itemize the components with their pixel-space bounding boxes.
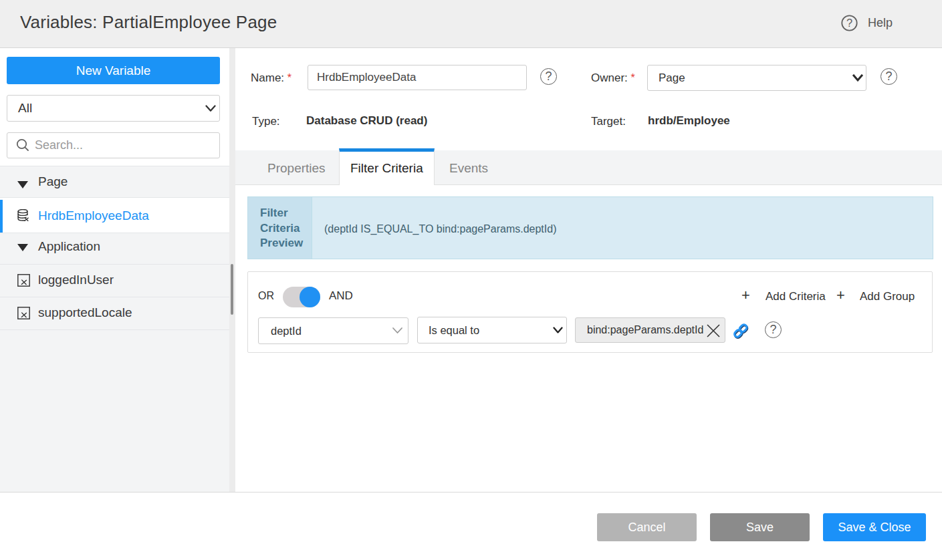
svg-text:?: ?: [846, 17, 852, 29]
